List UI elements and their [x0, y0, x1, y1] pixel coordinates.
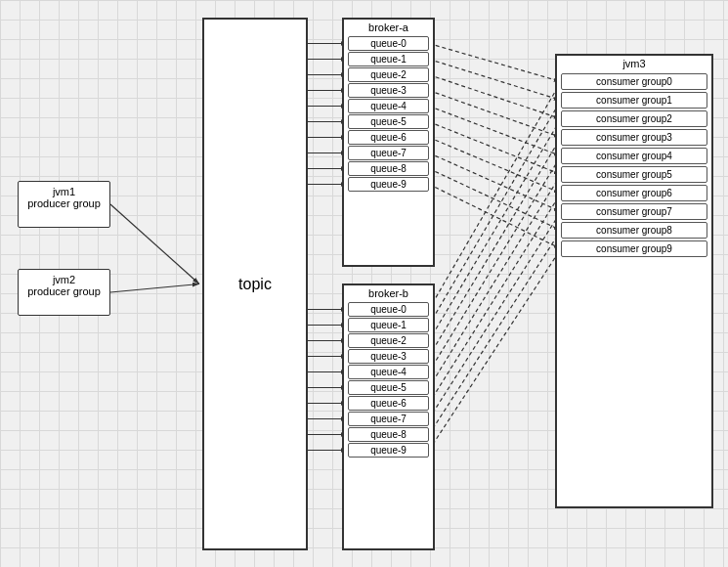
consumer-group-row: consumer group4	[561, 148, 707, 164]
jvm3-label: jvm3	[557, 56, 711, 71]
jvm1-producer: jvm1 producer group	[18, 181, 110, 228]
broker-a-queue-row: queue-7	[348, 146, 429, 160]
broker-a-queue-row: queue-0	[348, 36, 429, 51]
consumer-group-row: consumer group9	[561, 240, 707, 257]
jvm2-sublabel: producer group	[26, 285, 102, 297]
broker-a-queue-row: queue-6	[348, 130, 429, 145]
broker-b-queue-row: queue-2	[348, 333, 429, 348]
topic-label: topic	[238, 276, 272, 293]
broker-b-queue-row: queue-5	[348, 380, 429, 395]
broker-b-section: broker-b queue-0queue-1queue-2queue-3que…	[342, 284, 435, 550]
jvm3-box: jvm3 consumer group0consumer group1consu…	[555, 54, 713, 508]
broker-a-queue-row: queue-8	[348, 161, 429, 176]
broker-a-queue-row: queue-1	[348, 52, 429, 66]
broker-b-queue-row: queue-3	[348, 349, 429, 364]
broker-a-label: broker-a	[344, 20, 433, 35]
broker-a-queue-row: queue-5	[348, 114, 429, 129]
consumer-group-row: consumer group1	[561, 92, 707, 109]
jvm1-sublabel: producer group	[26, 197, 102, 209]
broker-b-queue-row: queue-6	[348, 396, 429, 411]
broker-a-queue-row: queue-4	[348, 99, 429, 113]
consumer-group-row: consumer group8	[561, 222, 707, 239]
consumer-group-row: consumer group5	[561, 166, 707, 183]
jvm1-label: jvm1	[26, 186, 102, 197]
broker-b-queue-row: queue-0	[348, 302, 429, 317]
consumer-group-row: consumer group6	[561, 185, 707, 201]
consumer-group-row: consumer group0	[561, 73, 707, 90]
broker-a-queue-row: queue-3	[348, 83, 429, 98]
consumer-group-row: consumer group2	[561, 110, 707, 127]
broker-b-queue-row: queue-7	[348, 412, 429, 426]
broker-b-queue-row: queue-9	[348, 443, 429, 458]
consumer-group-row: consumer group3	[561, 129, 707, 146]
broker-b-queue-row: queue-1	[348, 318, 429, 332]
broker-b-queue-row: queue-8	[348, 427, 429, 442]
broker-a-queue-row: queue-9	[348, 177, 429, 192]
broker-b-queue-row: queue-4	[348, 365, 429, 379]
broker-a-section: broker-a queue-0queue-1queue-2queue-3que…	[342, 18, 435, 267]
consumer-group-row: consumer group7	[561, 203, 707, 220]
topic-box: topic	[202, 18, 308, 550]
broker-b-label: broker-b	[344, 285, 433, 301]
jvm2-producer: jvm2 producer group	[18, 269, 110, 316]
jvm2-label: jvm2	[26, 274, 102, 285]
broker-a-queue-row: queue-2	[348, 67, 429, 82]
